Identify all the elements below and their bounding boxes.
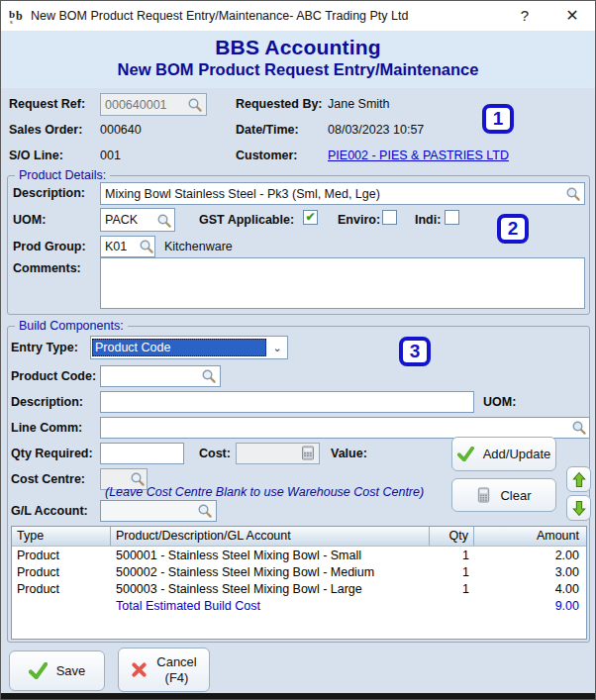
bottom-edge xyxy=(1,693,595,699)
cancel-button[interactable]: Cancel (F4) xyxy=(118,648,210,692)
value-label: Value: xyxy=(331,447,367,460)
app-title: BBS Accounting xyxy=(1,36,595,59)
title-bar: b s b New BOM Product Request Entry/Main… xyxy=(1,1,595,31)
pd-description-label: Description: xyxy=(13,186,85,200)
request-ref-lookup-icon[interactable] xyxy=(187,97,203,113)
table-row[interactable]: Product 500001 - Stainless Steel Mixing … xyxy=(12,547,586,563)
line-comm-label: Line Comm: xyxy=(11,421,82,435)
cell-qty: 1 xyxy=(430,563,474,580)
components-table: Type Product/Description/GL Account Qty … xyxy=(11,526,587,640)
entry-type-dropdown[interactable]: Product Code ⌄ xyxy=(90,336,288,359)
bc-uom-label: UOM: xyxy=(483,395,516,409)
gl-account-lookup-icon[interactable] xyxy=(197,503,213,519)
annotation-marker-2: 2 xyxy=(497,214,529,244)
gst-label: GST Applicable: xyxy=(199,213,294,227)
cell-qty xyxy=(430,597,474,614)
annotation-marker-1: 1 xyxy=(482,104,514,134)
help-button[interactable]: ? xyxy=(508,1,542,31)
pd-uom-label: UOM: xyxy=(13,213,46,227)
customer-link[interactable]: PIE002 - PIES & PASTRIES LTD xyxy=(328,149,509,162)
datetime-label: Date/Time: xyxy=(236,123,299,137)
indi-checkbox[interactable] xyxy=(445,210,459,225)
entry-type-selected: Product Code xyxy=(92,339,266,356)
svg-text:s: s xyxy=(10,18,13,25)
so-line-value: 001 xyxy=(100,149,121,162)
product-code-label: Product Code: xyxy=(11,369,96,383)
gl-account-label: G/L Account: xyxy=(11,504,88,518)
add-update-label: Add/Update xyxy=(483,447,551,461)
col-header-qty[interactable]: Qty xyxy=(430,527,474,546)
comments-label: Comments: xyxy=(13,261,81,275)
indi-label: Indi: xyxy=(415,213,441,227)
col-header-type[interactable]: Type xyxy=(12,527,111,546)
request-ref-label: Request Ref: xyxy=(9,97,85,111)
cell-type: Product xyxy=(12,563,111,580)
cell-amount: 2.00 xyxy=(474,547,584,563)
cost-centre-hint: (Leave Cost Centre Blank to use Warehous… xyxy=(105,485,424,499)
svg-text:b: b xyxy=(16,9,23,23)
save-button[interactable]: Save xyxy=(9,650,105,691)
calculator-icon xyxy=(476,487,491,503)
dialog-window: b s b New BOM Product Request Entry/Main… xyxy=(0,0,596,700)
col-header-description[interactable]: Product/Description/GL Account xyxy=(111,527,430,546)
prod-group-label: Prod Group: xyxy=(13,240,86,253)
table-row[interactable]: Product 500003 - Stainless Steel Mixing … xyxy=(12,580,586,597)
check-icon xyxy=(29,662,48,679)
check-icon xyxy=(457,447,474,461)
bc-description-label: Description: xyxy=(11,395,83,409)
product-code-lookup-icon[interactable] xyxy=(201,368,217,384)
so-line-label: S/O Line: xyxy=(9,149,63,162)
bc-description-field[interactable] xyxy=(100,391,474,413)
line-comm-field[interactable] xyxy=(100,417,590,439)
add-update-button[interactable]: Add/Update xyxy=(451,437,556,471)
cell-description: 500003 - Stainless Steel Mixing Bowl - L… xyxy=(111,580,430,597)
build-components-legend: Build Components: xyxy=(15,319,128,333)
datetime-value: 08/03/2023 10:57 xyxy=(328,123,424,137)
cell-type xyxy=(12,597,111,614)
sales-order-value: 000640 xyxy=(100,123,142,137)
pd-uom-lookup-icon[interactable] xyxy=(156,213,172,229)
window-title: New BOM Product Request Entry/Maintenanc… xyxy=(31,1,408,31)
app-icon: b s b xyxy=(9,8,26,25)
move-down-button[interactable] xyxy=(566,495,591,521)
annotation-marker-3: 3 xyxy=(399,337,431,366)
prod-group-lookup-icon[interactable] xyxy=(139,239,154,254)
line-comm-lookup-icon[interactable] xyxy=(571,420,587,436)
cost-centre-label: Cost Centre: xyxy=(11,472,85,486)
customer-label: Customer: xyxy=(236,149,298,162)
cost-label: Cost: xyxy=(199,447,231,460)
cancel-label: Cancel xyxy=(156,654,196,670)
col-header-amount[interactable]: Amount xyxy=(474,527,584,546)
arrow-up-icon xyxy=(572,471,586,488)
cross-icon xyxy=(131,661,148,678)
calculator-icon[interactable] xyxy=(300,446,316,460)
page-title: New BOM Product Request Entry/Maintenanc… xyxy=(1,60,595,79)
header-band: BBS Accounting New BOM Product Request E… xyxy=(1,31,595,88)
pd-description-lookup-icon[interactable] xyxy=(565,186,581,202)
cell-type: Product xyxy=(12,547,111,563)
enviro-label: Enviro: xyxy=(338,213,380,227)
qty-required-field[interactable] xyxy=(100,443,184,464)
enviro-checkbox[interactable] xyxy=(382,210,397,225)
gst-checkbox[interactable]: ✔ xyxy=(303,210,318,225)
cell-amount: 3.00 xyxy=(474,563,584,580)
prod-group-name: Kitchenware xyxy=(164,240,233,253)
close-icon[interactable]: ✕ xyxy=(555,1,589,31)
total-value: 9.00 xyxy=(474,597,584,614)
cell-qty: 1 xyxy=(430,547,474,563)
qty-required-label: Qty Required: xyxy=(11,447,93,460)
clear-button[interactable]: Clear xyxy=(451,478,556,512)
cell-type: Product xyxy=(12,580,111,597)
table-row[interactable]: Product 500002 - Stainless Steel Mixing … xyxy=(12,563,586,580)
arrow-down-icon xyxy=(572,500,586,517)
total-label: Total Estimated Build Cost xyxy=(111,597,430,614)
pd-description-field[interactable] xyxy=(100,182,585,205)
cell-amount: 4.00 xyxy=(474,580,584,597)
table-total-row: Total Estimated Build Cost 9.00 xyxy=(12,597,586,614)
sales-order-label: Sales Order: xyxy=(9,123,82,137)
cell-description: 500001 - Stainless Steel Mixing Bowl - S… xyxy=(111,547,430,563)
comments-field[interactable] xyxy=(100,257,585,309)
move-up-button[interactable] xyxy=(566,466,591,492)
check-icon: ✔ xyxy=(305,210,315,224)
requested-by-label: Requested By: xyxy=(236,97,323,111)
